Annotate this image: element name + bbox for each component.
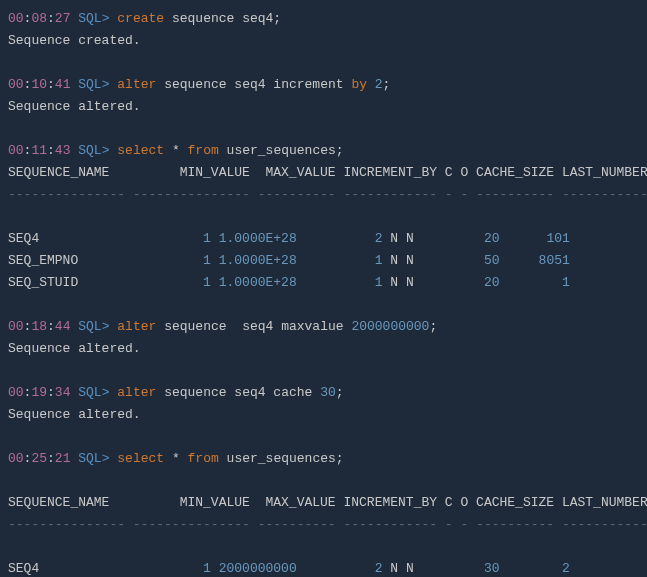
blank-line xyxy=(8,118,639,140)
command-line: 00:25:21 SQL> select * from user_sequenc… xyxy=(8,448,639,470)
command-line: 00:10:41 SQL> alter sequence seq4 increm… xyxy=(8,74,639,96)
sql-text: sequence seq4 xyxy=(172,11,273,26)
result-msg: Sequence altered. xyxy=(8,96,639,118)
command-line: 00:08:27 SQL> create sequence seq4; xyxy=(8,8,639,30)
time-min: 08 xyxy=(31,11,47,26)
table-header: SEQUENCE_NAME MIN_VALUE MAX_VALUE INCREM… xyxy=(8,162,639,184)
blank-line xyxy=(8,536,639,558)
table-row: SEQ_STUID 1 1.0000E+28 1 N N 20 1 xyxy=(8,272,639,294)
result-msg: Sequence created. xyxy=(8,30,639,52)
table-divider: --------------- --------------- --------… xyxy=(8,184,639,206)
keyword: create xyxy=(117,11,164,26)
blank-line xyxy=(8,294,639,316)
command-line: 00:11:43 SQL> select * from user_sequenc… xyxy=(8,140,639,162)
result-msg: Sequence altered. xyxy=(8,338,639,360)
table-row: SEQ4 1 2000000000 2 N N 30 2 xyxy=(8,558,639,577)
blank-line xyxy=(8,52,639,74)
command-line: 00:18:44 SQL> alter sequence seq4 maxval… xyxy=(8,316,639,338)
table-header: SEQUENCE_NAME MIN_VALUE MAX_VALUE INCREM… xyxy=(8,492,639,514)
table-row: SEQ_EMPNO 1 1.0000E+28 1 N N 50 8051 xyxy=(8,250,639,272)
blank-line xyxy=(8,206,639,228)
time-sec: 27 xyxy=(55,11,71,26)
table-row: SEQ4 1 1.0000E+28 2 N N 20 101 xyxy=(8,228,639,250)
time-hour: 00 xyxy=(8,11,24,26)
sql-prompt: SQL> xyxy=(78,11,109,26)
blank-line xyxy=(8,360,639,382)
table-divider: --------------- --------------- --------… xyxy=(8,514,639,536)
blank-line xyxy=(8,470,639,492)
result-msg: Sequence altered. xyxy=(8,404,639,426)
command-line: 00:19:34 SQL> alter sequence seq4 cache … xyxy=(8,382,639,404)
blank-line xyxy=(8,426,639,448)
